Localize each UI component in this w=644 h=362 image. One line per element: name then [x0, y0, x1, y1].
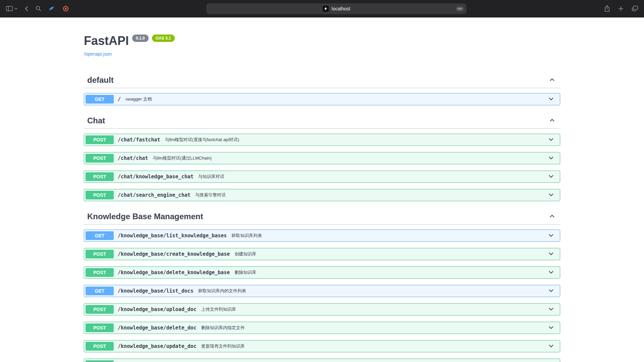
section-header[interactable]: default: [84, 71, 560, 88]
expand-operation-button[interactable]: [546, 343, 556, 350]
chevron-down-icon: [548, 191, 554, 199]
sidebar-toggle-button[interactable]: [6, 6, 17, 11]
method-badge: POST: [86, 360, 114, 362]
operation-summary: POST /chat/knowledge_base_chat 与知识库对话: [84, 171, 560, 182]
method-badge: POST: [86, 305, 114, 314]
operation-description: 更新现有文件到知识库: [201, 343, 245, 349]
operation-summary: GET / swagger 文档: [84, 94, 560, 105]
api-sections: default GET / swagger 文档: [84, 71, 560, 362]
operation-row[interactable]: POST /chat/fastchat 与llm模型对话(直接与fastchat…: [84, 134, 560, 146]
operation-row[interactable]: POST /knowledge_base/upload_doc 上传文件到知识库: [84, 303, 560, 315]
chevron-up-icon: [549, 76, 555, 84]
operation-description: 获取知识库内的文件列表: [198, 288, 246, 294]
section-title: Chat: [87, 116, 547, 126]
operation-row[interactable]: POST /chat/knowledge_base_chat 与知识库对话: [84, 171, 560, 183]
operations-list: GET / swagger 文档: [84, 88, 560, 105]
expand-operation-button[interactable]: [546, 287, 556, 295]
collapse-section-button[interactable]: [547, 76, 557, 85]
operation-row[interactable]: POST /knowledge_base/update_doc 更新现有文件到知…: [84, 340, 560, 352]
oas-badge: OAS 3.1: [152, 35, 175, 42]
operation-path: /knowledge_base/list_docs: [118, 288, 194, 294]
operation-summary: POST /knowledge_base/recreate_vector_sto…: [84, 359, 560, 362]
operation-summary: GET /knowledge_base/list_knowledge_bases…: [84, 230, 560, 241]
back-icon[interactable]: [25, 6, 28, 11]
operation-row[interactable]: GET / swagger 文档: [84, 93, 560, 105]
operation-row[interactable]: POST /knowledge_base/recreate_vector_sto…: [84, 359, 560, 362]
operation-summary: POST /chat/search_engine_chat 与搜索引擎对话: [84, 189, 560, 201]
method-badge: POST: [86, 250, 114, 258]
new-tab-icon[interactable]: [618, 6, 624, 11]
method-badge: GET: [86, 95, 114, 104]
expand-operation-button[interactable]: [546, 191, 556, 199]
section-header[interactable]: Chat: [84, 112, 560, 129]
operation-path: /knowledge_base/delete_doc: [118, 325, 197, 331]
chevron-up-icon: [549, 117, 555, 125]
collapse-section-button[interactable]: [547, 212, 557, 221]
chevron-down-icon: [548, 324, 554, 332]
record-extension-icon[interactable]: [63, 6, 69, 12]
collapse-section-button[interactable]: [547, 116, 557, 125]
section-title: default: [87, 75, 547, 85]
operations-list: POST /chat/fastchat 与llm模型对话(直接与fastchat…: [84, 129, 560, 201]
share-icon[interactable]: [604, 5, 610, 12]
bird-extension-icon[interactable]: [49, 6, 55, 12]
chevron-down-icon[interactable]: [14, 8, 17, 10]
api-info: FastAPI 0.1.0 OAS 3.1 /openapi.json: [84, 34, 560, 57]
method-badge: POST: [86, 135, 114, 144]
operation-summary: POST /knowledge_base/upload_doc 上传文件到知识库: [84, 304, 560, 315]
chevron-down-icon: [548, 136, 554, 144]
section-title: Knowledge Base Management: [87, 212, 547, 222]
page-title: FastAPI 0.1.0 OAS 3.1: [84, 34, 560, 48]
chevron-down-icon: [548, 269, 554, 277]
expand-operation-button[interactable]: [546, 250, 556, 258]
tab-overview-icon[interactable]: [632, 6, 638, 11]
operation-description: 与llm模型对话(通过LLMChain): [153, 155, 212, 161]
chevron-down-icon: [548, 287, 554, 295]
chevron-down-icon: [548, 96, 554, 103]
section-header[interactable]: Knowledge Base Management: [84, 207, 560, 225]
sidebar-toggle-icon[interactable]: [6, 6, 13, 11]
method-badge: POST: [86, 172, 114, 181]
operation-path: /: [118, 96, 121, 102]
operation-path: /knowledge_base/update_doc: [118, 343, 197, 349]
operation-summary: GET /knowledge_base/list_docs 获取知识库内的文件列…: [84, 285, 560, 297]
operation-row[interactable]: GET /knowledge_base/list_docs 获取知识库内的文件列…: [84, 285, 560, 297]
chevron-up-icon: [549, 213, 555, 221]
expand-operation-button[interactable]: [546, 269, 556, 277]
method-badge: POST: [86, 342, 114, 351]
method-badge: GET: [86, 287, 114, 295]
chevron-down-icon: [548, 173, 554, 181]
method-badge: POST: [86, 323, 114, 332]
chevron-down-icon: [548, 306, 554, 313]
method-badge: POST: [86, 154, 114, 163]
openapi-spec-link[interactable]: /openapi.json: [84, 51, 112, 57]
expand-operation-button[interactable]: [546, 232, 556, 240]
expand-operation-button[interactable]: [546, 155, 556, 162]
expand-operation-button[interactable]: [546, 173, 556, 181]
search-icon[interactable]: [36, 6, 41, 11]
operation-summary: POST /knowledge_base/delete_knowledge_ba…: [84, 267, 560, 278]
operation-description: 删除知识库内指定文件: [201, 325, 245, 331]
expand-operation-button[interactable]: [546, 306, 556, 313]
browser-toolbar: localhost: [0, 0, 644, 17]
operation-description: 与知识库对话: [198, 174, 224, 180]
operation-row[interactable]: POST /chat/search_engine_chat 与搜索引擎对话: [84, 189, 560, 201]
operation-summary: POST /knowledge_base/delete_doc 删除知识库内指定…: [84, 322, 560, 334]
site-favicon-icon: [323, 6, 329, 12]
operation-row[interactable]: POST /chat/chat 与llm模型对话(通过LLMChain): [84, 152, 560, 164]
operation-path: /knowledge_base/list_knowledge_bases: [118, 233, 227, 239]
expand-operation-button[interactable]: [546, 96, 556, 103]
version-badge: 0.1.0: [132, 35, 149, 42]
operation-path: /chat/chat: [118, 155, 148, 161]
operation-row[interactable]: POST /knowledge_base/delete_doc 删除知识库内指定…: [84, 322, 560, 334]
operation-row[interactable]: GET /knowledge_base/list_knowledge_bases…: [84, 230, 560, 242]
expand-operation-button[interactable]: [546, 136, 556, 144]
operation-description: 获取知识库列表: [231, 233, 262, 239]
operation-row[interactable]: POST /knowledge_base/create_knowledge_ba…: [84, 248, 560, 260]
operation-description: 与llm模型对话(直接与fastchat api对话): [165, 137, 239, 143]
expand-operation-button[interactable]: [546, 324, 556, 332]
address-bar[interactable]: localhost: [206, 3, 467, 14]
operation-summary: POST /knowledge_base/create_knowledge_ba…: [84, 248, 560, 260]
operation-row[interactable]: POST /knowledge_base/delete_knowledge_ba…: [84, 266, 560, 279]
more-menu-icon[interactable]: [456, 6, 464, 12]
